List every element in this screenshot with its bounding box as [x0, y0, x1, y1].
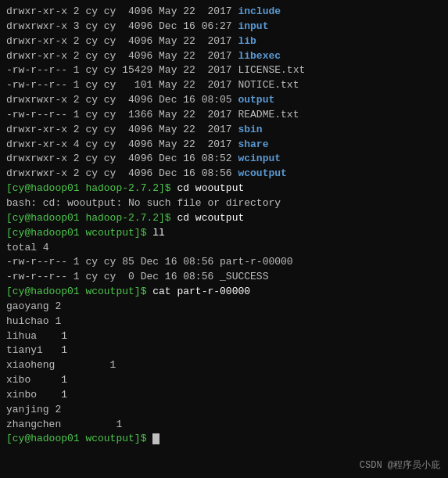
wc-xibo: xibo 1 — [6, 373, 442, 388]
wc-xinbo: xinbo 1 — [6, 388, 442, 403]
dir-line-wcoutput: drwxrwxr-x 2 cy cy 4096 Dec 16 08:56 wco… — [6, 167, 442, 181]
wc-lihua: lihua 1 — [6, 329, 442, 344]
cursor-block — [152, 433, 159, 444]
dir-line-output: drwxrwxr-x 2 cy cy 4096 Dec 16 08:05 out… — [6, 93, 442, 108]
ll-part: -rw-r--r-- 1 cy cy 85 Dec 16 08:56 part-… — [6, 255, 442, 270]
terminal: drwxr-xr-x 2 cy cy 4096 May 22 2017 incl… — [0, 0, 448, 478]
cmd-ll: [cy@hadoop01 wcoutput]$ ll — [6, 226, 442, 241]
final-prompt[interactable]: [cy@hadoop01 wcoutput]$ — [6, 432, 442, 447]
dir-line-include: drwxr-xr-x 2 cy cy 4096 May 22 2017 incl… — [6, 5, 442, 20]
wc-yanjing: yanjing 2 — [6, 403, 442, 418]
error-wooutput: bash: cd: wooutput: No such file or dire… — [6, 196, 442, 211]
cmd-cd-wooutput: [cy@hadoop01 hadoop-2.7.2]$ cd wooutput — [6, 181, 442, 196]
wc-tianyi: tianyi 1 — [6, 343, 442, 358]
wc-zhangchen: zhangchen 1 — [6, 418, 442, 433]
wc-xiaoheng: xiaoheng 1 — [6, 358, 442, 373]
ll-total: total 4 — [6, 241, 442, 256]
ll-success: -rw-r--r-- 1 cy cy 0 Dec 16 08:56 _SUCCE… — [6, 270, 442, 285]
cmd-cat: [cy@hadoop01 wcoutput]$ cat part-r-00000 — [6, 285, 442, 300]
file-line-license: -rw-r--r-- 1 cy cy 15429 May 22 2017 LIC… — [6, 63, 442, 78]
dir-line-share: drwxr-xr-x 4 cy cy 4096 May 22 2017 shar… — [6, 138, 442, 153]
dir-line-sbin: drwxr-xr-x 2 cy cy 4096 May 22 2017 sbin — [6, 123, 442, 138]
dir-line-wcinput: drwxrwxr-x 2 cy cy 4096 Dec 16 08:52 wci… — [6, 152, 442, 167]
wc-huichao: huichao 1 — [6, 314, 442, 329]
dir-line-libexec: drwxr-xr-x 2 cy cy 4096 May 22 2017 libe… — [6, 49, 442, 64]
dir-line-lib: drwxr-xr-x 2 cy cy 4096 May 22 2017 lib — [6, 34, 442, 49]
file-line-readme: -rw-r--r-- 1 cy cy 1366 May 22 2017 READ… — [6, 108, 442, 123]
watermark: CSDN @程序员小庇 — [360, 458, 440, 472]
wc-gaoyang: gaoyang 2 — [6, 300, 442, 314]
dir-line-input: drwxrwxr-x 3 cy cy 4096 Dec 16 06:27 inp… — [6, 20, 442, 34]
file-line-notice: -rw-r--r-- 1 cy cy 101 May 22 2017 NOTIC… — [6, 78, 442, 93]
cmd-cd-wcoutput: [cy@hadoop01 hadoop-2.7.2]$ cd wcoutput — [6, 211, 442, 226]
